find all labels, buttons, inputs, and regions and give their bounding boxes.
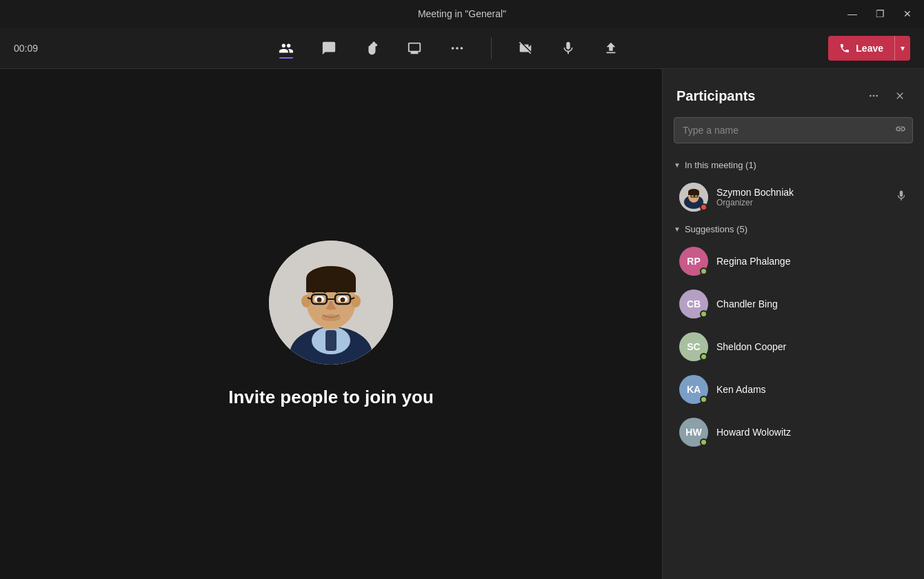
svg-point-24 — [873, 95, 875, 97]
chandler-name: Chandler Bing — [716, 298, 907, 309]
suggestions-section-header[interactable]: ▼ Suggestions (5) — [663, 219, 924, 240]
regina-name: Regina Phalange — [716, 256, 907, 267]
sheldon-status-dot — [700, 353, 707, 360]
sheldon-avatar: SC — [679, 332, 708, 361]
panel-title: Participants — [676, 88, 755, 104]
active-indicator — [279, 57, 293, 59]
window-controls: — ❐ ✕ — [844, 6, 916, 22]
title-bar: Meeting in "General" — ❐ ✕ — [0, 0, 924, 28]
suggestion-item-sheldon[interactable]: SC Sheldon Cooper — [668, 325, 918, 368]
svg-point-11 — [301, 295, 311, 307]
toolbar-right: Leave ▾ — [828, 36, 910, 61]
panel-more-icon — [868, 90, 879, 101]
ken-name: Ken Adams — [716, 384, 907, 395]
share-screen-button[interactable] — [400, 37, 429, 60]
regina-initials: RP — [687, 256, 700, 267]
svg-point-22 — [321, 314, 341, 321]
participants-icon — [279, 41, 294, 56]
close-button[interactable]: ✕ — [899, 6, 916, 22]
panel-header-actions — [863, 85, 910, 106]
svg-point-12 — [351, 295, 361, 307]
szymon-mic-icon — [895, 190, 907, 205]
sheldon-info: Sheldon Cooper — [716, 341, 907, 352]
panel-close-icon — [894, 90, 905, 101]
mic-button[interactable] — [554, 37, 583, 60]
szymon-name: Szymon Bochniak — [716, 187, 887, 198]
howard-avatar: HW — [679, 418, 708, 447]
chandler-avatar: CB — [679, 290, 708, 318]
participants-button[interactable] — [272, 37, 301, 60]
leave-button[interactable]: Leave ▾ — [828, 36, 910, 61]
user-avatar — [269, 241, 393, 365]
window-title: Meeting in "General" — [418, 8, 506, 19]
video-button[interactable] — [511, 37, 540, 60]
mic-action-icon — [895, 190, 907, 202]
howard-info: Howard Wolowitz — [716, 427, 907, 438]
more-options-button[interactable] — [443, 37, 472, 60]
svg-point-20 — [317, 297, 322, 302]
chandler-initials: CB — [687, 298, 701, 309]
chat-button[interactable] — [314, 37, 343, 60]
search-input[interactable] — [674, 117, 913, 143]
maximize-button[interactable]: ❐ — [872, 6, 888, 22]
share-tray-icon — [603, 41, 619, 56]
share-screen-icon — [407, 41, 422, 56]
participant-item-szymon[interactable]: Szymon Bochniak Organizer — [668, 176, 918, 219]
share-tray-button[interactable] — [596, 37, 625, 60]
in-meeting-section-header[interactable]: ▼ In this meeting (1) — [663, 154, 924, 176]
raise-hand-button[interactable] — [357, 37, 386, 60]
panel-close-button[interactable] — [890, 85, 910, 106]
svg-rect-10 — [306, 278, 356, 292]
szymon-info: Szymon Bochniak Organizer — [716, 187, 887, 207]
regina-avatar: RP — [679, 247, 708, 276]
in-meeting-label: In this meeting (1) — [685, 160, 756, 170]
howard-initials: HW — [685, 427, 701, 438]
toolbar-center — [69, 37, 828, 60]
svg-point-21 — [341, 297, 345, 302]
sheldon-name: Sheldon Cooper — [716, 341, 907, 352]
svg-point-25 — [876, 95, 878, 97]
ken-info: Ken Adams — [716, 384, 907, 395]
sheldon-initials: SC — [687, 341, 700, 352]
video-off-icon — [518, 41, 533, 56]
szymon-role: Organizer — [716, 198, 887, 207]
regina-info: Regina Phalange — [716, 256, 907, 267]
suggestion-item-chandler[interactable]: CB Chandler Bing — [668, 283, 918, 325]
regina-status-dot — [700, 267, 707, 275]
svg-point-2 — [461, 47, 463, 50]
suggestion-item-howard[interactable]: HW Howard Wolowitz — [668, 411, 918, 454]
svg-point-1 — [456, 47, 459, 50]
leave-phone-icon — [839, 43, 850, 54]
szymon-avatar — [679, 183, 708, 212]
minimize-button[interactable]: — — [844, 6, 861, 22]
svg-rect-30 — [688, 192, 699, 195]
szymon-status-dot — [700, 203, 707, 211]
video-area: Invite people to join you — [0, 69, 662, 579]
ken-avatar: KA — [679, 375, 708, 404]
avatar-image — [269, 241, 393, 365]
more-icon — [450, 41, 465, 56]
search-container — [663, 117, 924, 154]
suggestion-item-regina[interactable]: RP Regina Phalange — [668, 240, 918, 283]
mic-icon — [561, 41, 576, 56]
svg-rect-6 — [325, 330, 337, 351]
panel-header: Participants — [663, 69, 924, 117]
suggestion-item-ken[interactable]: KA Ken Adams — [668, 368, 918, 411]
participants-panel: Participants — [662, 69, 924, 579]
suggestions-chevron: ▼ — [674, 225, 681, 233]
ken-status-dot — [700, 396, 707, 403]
leave-label: Leave — [856, 43, 883, 54]
search-input-wrapper — [674, 117, 913, 143]
howard-status-dot — [700, 438, 707, 446]
raise-hand-icon — [364, 41, 379, 56]
copy-link-icon — [895, 123, 906, 134]
main-content: Invite people to join you Participants — [0, 69, 924, 579]
chandler-status-dot — [700, 310, 707, 318]
call-timer: 00:09 — [14, 43, 69, 54]
leave-button-main[interactable]: Leave — [828, 36, 894, 61]
chat-icon — [321, 41, 337, 56]
panel-more-button[interactable] — [863, 85, 884, 106]
invite-text: Invite people to join you — [228, 387, 434, 408]
leave-button-arrow[interactable]: ▾ — [894, 36, 910, 61]
toolbar: 00:09 — [0, 28, 924, 69]
